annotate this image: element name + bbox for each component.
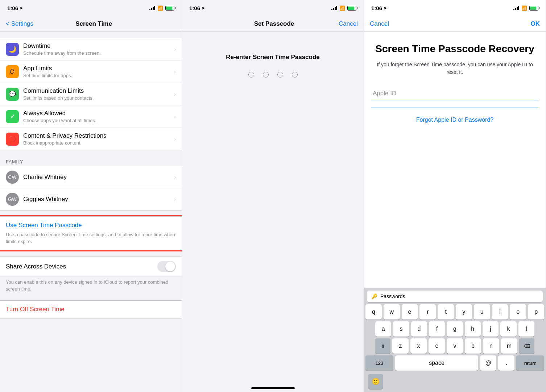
apple-id-field-container	[371, 87, 538, 108]
app-limits-row[interactable]: ⏱ App Limits Set time limits for apps. ›	[0, 61, 182, 83]
key-z[interactable]: z	[392, 338, 409, 354]
content-privacy-icon: 🚫	[6, 133, 19, 146]
use-passcode-link[interactable]: Use Screen Time Passcode	[6, 222, 176, 229]
nav-bar-1: < Settings Screen Time	[0, 16, 182, 32]
app-limits-icon: ⏱	[6, 65, 19, 78]
key-h[interactable]: h	[465, 321, 481, 337]
charlie-avatar: CW	[6, 171, 19, 184]
back-button[interactable]: < Settings	[6, 20, 33, 28]
key-s[interactable]: s	[393, 321, 409, 337]
content-privacy-title: Content & Privacy Restrictions	[23, 132, 171, 139]
key-a[interactable]: a	[375, 321, 391, 337]
key-y[interactable]: y	[456, 304, 472, 320]
wifi-icon-1: 📶	[157, 5, 163, 11]
settings-content: 🌙 Downtime Schedule time away from the s…	[0, 32, 182, 392]
shift-key[interactable]: ⇧	[375, 338, 390, 354]
key-p[interactable]: p	[528, 304, 544, 320]
key-row-3: ⇧ z x c v b n m ⌫	[365, 338, 544, 354]
key-e[interactable]: e	[402, 304, 418, 320]
key-row-2: a s d f g h j k l	[365, 321, 544, 337]
turn-off-row[interactable]: Turn Off Screen Time	[0, 300, 182, 318]
comm-limits-row[interactable]: 💬 Communication Limits Set limits based …	[0, 83, 182, 105]
key-i[interactable]: i	[492, 304, 508, 320]
key-x[interactable]: x	[410, 338, 427, 354]
key-o[interactable]: o	[510, 304, 526, 320]
recovery-desc: If you forget the Screen Time passcode, …	[371, 61, 538, 76]
key-row-4: 123 space @ . return	[365, 355, 544, 371]
key-k[interactable]: k	[500, 321, 516, 337]
cancel-button-2[interactable]: Cancel	[339, 20, 358, 28]
turn-off-link[interactable]: Turn Off Screen Time	[6, 306, 65, 313]
family-group: CW Charlie Whitney › GW Giggles Whitney …	[0, 166, 182, 210]
charlie-whitney-row[interactable]: CW Charlie Whitney ›	[0, 166, 182, 188]
key-l[interactable]: l	[518, 321, 534, 337]
key-v[interactable]: v	[447, 338, 463, 354]
period-key[interactable]: .	[498, 355, 514, 371]
delete-key[interactable]: ⌫	[519, 338, 534, 354]
dot-3	[277, 72, 283, 78]
key-w[interactable]: w	[384, 304, 400, 320]
location-icon-1: ➤	[20, 6, 23, 11]
key-d[interactable]: d	[411, 321, 427, 337]
status-icons-3: 📶	[513, 5, 539, 11]
status-bar-3: 1:06 ➤ 📶	[364, 0, 546, 16]
key-m[interactable]: m	[501, 338, 517, 354]
recovery-ok-button[interactable]: OK	[530, 20, 540, 28]
emoji-key[interactable]: 🙂	[368, 374, 383, 389]
apple-id-input[interactable]	[371, 87, 538, 100]
giggles-avatar: GW	[6, 193, 19, 206]
key-b[interactable]: b	[465, 338, 481, 354]
giggles-whitney-row[interactable]: GW Giggles Whitney ›	[0, 188, 182, 210]
comm-limits-subtitle: Set limits based on your contacts.	[23, 95, 171, 101]
key-icon: 🔑	[371, 293, 377, 299]
passwords-suggestion[interactable]: 🔑 Passwords	[367, 291, 543, 302]
key-q[interactable]: q	[365, 304, 382, 320]
downtime-icon: 🌙	[6, 43, 19, 56]
key-n[interactable]: n	[483, 338, 499, 354]
passcode-desc: Use a passcode to secure Screen Time set…	[6, 232, 175, 244]
recovery-cancel-button[interactable]: Cancel	[370, 20, 389, 28]
chevron-icon: ›	[174, 69, 176, 75]
key-c[interactable]: c	[429, 338, 445, 354]
dot-1	[248, 72, 254, 78]
chevron-icon: ›	[174, 136, 176, 142]
space-key[interactable]: space	[395, 355, 479, 371]
key-r[interactable]: r	[419, 304, 436, 320]
use-passcode-section: Use Screen Time Passcode Use a passcode …	[0, 216, 182, 250]
settings-group-main: 🌙 Downtime Schedule time away from the s…	[0, 38, 182, 150]
downtime-row[interactable]: 🌙 Downtime Schedule time away from the s…	[0, 38, 182, 61]
share-section: Share Across Devices You can enable this…	[0, 256, 182, 294]
always-allowed-title: Always Allowed	[23, 110, 171, 117]
at-key[interactable]: @	[480, 355, 496, 371]
always-allowed-row[interactable]: ✓ Always Allowed Choose apps you want at…	[0, 105, 182, 128]
app-limits-subtitle: Set time limits for apps.	[23, 73, 171, 78]
downtime-subtitle: Schedule time away from the screen.	[23, 50, 171, 56]
passcode-dots	[248, 72, 298, 78]
location-icon-2: ➤	[202, 6, 205, 11]
suggestion-label: Passwords	[380, 293, 405, 299]
passcode-prompt: Re-enter Screen Time Passcode	[226, 54, 320, 61]
status-icons-2: 📶	[331, 5, 357, 11]
key-f[interactable]: f	[429, 321, 445, 337]
giggles-name: Giggles Whitney	[23, 196, 171, 203]
app-limits-title: App Limits	[23, 65, 171, 72]
return-key[interactable]: return	[516, 355, 544, 371]
key-j[interactable]: j	[483, 321, 499, 337]
status-time-3: 1:06 ➤	[371, 5, 387, 11]
key-t[interactable]: t	[438, 304, 454, 320]
status-time-1: 1:06 ➤	[7, 5, 23, 11]
always-allowed-subtitle: Choose apps you want at all times.	[23, 118, 171, 123]
forgot-link[interactable]: Forgot Apple ID or Password?	[416, 117, 493, 123]
key-u[interactable]: u	[474, 304, 490, 320]
numbers-key[interactable]: 123	[365, 355, 393, 371]
key-g[interactable]: g	[447, 321, 463, 337]
nav-title-2: Set Passcode	[254, 20, 294, 28]
share-toggle[interactable]	[157, 261, 176, 272]
content-privacy-row[interactable]: 🚫 Content & Privacy Restrictions Block i…	[0, 128, 182, 150]
battery-icon-2	[347, 6, 356, 11]
passcode-panel-content: Re-enter Screen Time Passcode	[182, 32, 364, 392]
share-row: Share Across Devices	[0, 256, 182, 277]
battery-icon-3	[529, 6, 538, 11]
nav-title-1: Screen Time	[75, 20, 112, 28]
dot-4	[292, 72, 298, 78]
